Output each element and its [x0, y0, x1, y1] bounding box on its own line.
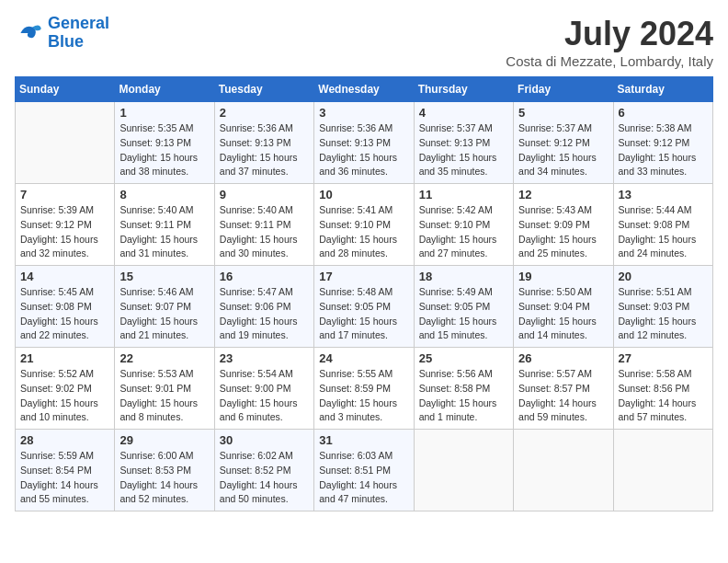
month-year-title: July 2024	[506, 15, 713, 53]
day-number: 30	[220, 433, 309, 447]
day-number: 9	[220, 188, 309, 201]
logo: General Blue	[15, 15, 109, 52]
day-info: Sunrise: 5:40 AM Sunset: 9:11 PM Dayligh…	[119, 203, 209, 261]
day-info: Sunrise: 5:57 AM Sunset: 8:57 PM Dayligh…	[518, 367, 608, 425]
day-number: 12	[518, 188, 608, 201]
day-info: Sunrise: 5:47 AM Sunset: 9:06 PM Dayligh…	[220, 285, 309, 343]
header-monday: Monday	[115, 77, 214, 102]
calendar-cell: 18Sunrise: 5:49 AM Sunset: 9:05 PM Dayli…	[414, 266, 513, 348]
day-number: 21	[20, 351, 109, 365]
day-number: 2	[220, 106, 309, 120]
day-number: 10	[319, 188, 408, 201]
day-number: 18	[419, 270, 508, 283]
day-info: Sunrise: 5:59 AM Sunset: 8:54 PM Dayligh…	[20, 449, 109, 507]
calendar-cell: 25Sunrise: 5:56 AM Sunset: 8:58 PM Dayli…	[414, 348, 513, 430]
logo-text-line1: General	[48, 15, 109, 33]
day-number: 26	[518, 351, 608, 365]
day-info: Sunrise: 5:35 AM Sunset: 9:13 PM Dayligh…	[119, 121, 209, 179]
week-row-4: 21Sunrise: 5:52 AM Sunset: 9:02 PM Dayli…	[16, 348, 713, 430]
location-subtitle: Costa di Mezzate, Lombardy, Italy	[506, 53, 713, 69]
day-number: 20	[619, 270, 708, 283]
day-info: Sunrise: 6:03 AM Sunset: 8:51 PM Dayligh…	[319, 449, 408, 507]
day-info: Sunrise: 5:53 AM Sunset: 9:01 PM Dayligh…	[119, 367, 209, 425]
header-thursday: Thursday	[414, 77, 513, 102]
day-number: 11	[419, 188, 508, 201]
week-row-2: 7Sunrise: 5:39 AM Sunset: 9:12 PM Daylig…	[16, 184, 713, 266]
calendar-cell: 9Sunrise: 5:40 AM Sunset: 9:11 PM Daylig…	[214, 184, 313, 266]
day-info: Sunrise: 5:41 AM Sunset: 9:10 PM Dayligh…	[319, 203, 408, 261]
calendar-cell: 6Sunrise: 5:38 AM Sunset: 9:12 PM Daylig…	[613, 102, 712, 184]
logo-text-line2: Blue	[48, 33, 109, 52]
calendar-cell: 22Sunrise: 5:53 AM Sunset: 9:01 PM Dayli…	[115, 348, 214, 430]
calendar-cell: 29Sunrise: 6:00 AM Sunset: 8:53 PM Dayli…	[115, 430, 214, 511]
day-number: 5	[518, 106, 608, 120]
calendar-cell: 14Sunrise: 5:45 AM Sunset: 9:08 PM Dayli…	[16, 266, 115, 348]
calendar-cell: 2Sunrise: 5:36 AM Sunset: 9:13 PM Daylig…	[214, 102, 313, 184]
day-info: Sunrise: 5:51 AM Sunset: 9:03 PM Dayligh…	[619, 285, 708, 343]
calendar-cell: 1Sunrise: 5:35 AM Sunset: 9:13 PM Daylig…	[115, 102, 214, 184]
day-info: Sunrise: 5:45 AM Sunset: 9:08 PM Dayligh…	[20, 285, 109, 343]
header-wednesday: Wednesday	[314, 77, 414, 102]
calendar-cell: 24Sunrise: 5:55 AM Sunset: 8:59 PM Dayli…	[314, 348, 414, 430]
calendar-cell: 23Sunrise: 5:54 AM Sunset: 9:00 PM Dayli…	[214, 348, 313, 430]
day-number: 24	[319, 351, 408, 365]
calendar-cell: 4Sunrise: 5:37 AM Sunset: 9:13 PM Daylig…	[414, 102, 513, 184]
title-block: July 2024 Costa di Mezzate, Lombardy, It…	[506, 15, 713, 69]
calendar-cell: 5Sunrise: 5:37 AM Sunset: 9:12 PM Daylig…	[514, 102, 613, 184]
day-number: 31	[319, 433, 408, 447]
header-sunday: Sunday	[16, 77, 115, 102]
calendar-cell: 10Sunrise: 5:41 AM Sunset: 9:10 PM Dayli…	[314, 184, 414, 266]
day-info: Sunrise: 5:37 AM Sunset: 9:12 PM Dayligh…	[518, 121, 608, 179]
calendar-cell	[613, 430, 712, 511]
header-tuesday: Tuesday	[214, 77, 313, 102]
calendar-header-row: SundayMondayTuesdayWednesdayThursdayFrid…	[16, 77, 713, 102]
calendar-cell: 8Sunrise: 5:40 AM Sunset: 9:11 PM Daylig…	[115, 184, 214, 266]
week-row-5: 28Sunrise: 5:59 AM Sunset: 8:54 PM Dayli…	[16, 430, 713, 511]
day-info: Sunrise: 5:56 AM Sunset: 8:58 PM Dayligh…	[419, 367, 508, 425]
calendar-cell	[16, 102, 115, 184]
day-number: 14	[20, 270, 109, 283]
day-number: 7	[20, 188, 109, 201]
calendar-cell: 15Sunrise: 5:46 AM Sunset: 9:07 PM Dayli…	[115, 266, 214, 348]
week-row-1: 1Sunrise: 5:35 AM Sunset: 9:13 PM Daylig…	[16, 102, 713, 184]
day-number: 19	[518, 270, 608, 283]
day-number: 22	[119, 351, 209, 365]
calendar-cell: 20Sunrise: 5:51 AM Sunset: 9:03 PM Dayli…	[613, 266, 712, 348]
day-number: 3	[319, 106, 408, 120]
day-info: Sunrise: 5:46 AM Sunset: 9:07 PM Dayligh…	[119, 285, 209, 343]
day-number: 28	[20, 433, 109, 447]
day-info: Sunrise: 5:39 AM Sunset: 9:12 PM Dayligh…	[20, 203, 109, 261]
calendar-cell: 28Sunrise: 5:59 AM Sunset: 8:54 PM Dayli…	[16, 430, 115, 511]
day-number: 6	[619, 106, 708, 120]
day-info: Sunrise: 5:54 AM Sunset: 9:00 PM Dayligh…	[220, 367, 309, 425]
calendar-table: SundayMondayTuesdayWednesdayThursdayFrid…	[15, 76, 713, 511]
day-number: 16	[220, 270, 309, 283]
day-info: Sunrise: 5:37 AM Sunset: 9:13 PM Dayligh…	[419, 121, 508, 179]
calendar-cell	[514, 430, 613, 511]
header-saturday: Saturday	[613, 77, 712, 102]
day-info: Sunrise: 5:48 AM Sunset: 9:05 PM Dayligh…	[319, 285, 408, 343]
calendar-cell: 30Sunrise: 6:02 AM Sunset: 8:52 PM Dayli…	[214, 430, 313, 511]
calendar-cell: 17Sunrise: 5:48 AM Sunset: 9:05 PM Dayli…	[314, 266, 414, 348]
calendar-cell: 31Sunrise: 6:03 AM Sunset: 8:51 PM Dayli…	[314, 430, 414, 511]
day-info: Sunrise: 5:52 AM Sunset: 9:02 PM Dayligh…	[20, 367, 109, 425]
calendar-cell	[414, 430, 513, 511]
day-info: Sunrise: 5:58 AM Sunset: 8:56 PM Dayligh…	[619, 367, 708, 425]
week-row-3: 14Sunrise: 5:45 AM Sunset: 9:08 PM Dayli…	[16, 266, 713, 348]
day-info: Sunrise: 6:00 AM Sunset: 8:53 PM Dayligh…	[119, 449, 209, 507]
day-number: 29	[119, 433, 209, 447]
calendar-cell: 16Sunrise: 5:47 AM Sunset: 9:06 PM Dayli…	[214, 266, 313, 348]
day-number: 1	[119, 106, 209, 120]
day-info: Sunrise: 5:36 AM Sunset: 9:13 PM Dayligh…	[319, 121, 408, 179]
day-info: Sunrise: 5:36 AM Sunset: 9:13 PM Dayligh…	[220, 121, 309, 179]
calendar-cell: 26Sunrise: 5:57 AM Sunset: 8:57 PM Dayli…	[514, 348, 613, 430]
calendar-cell: 27Sunrise: 5:58 AM Sunset: 8:56 PM Dayli…	[613, 348, 712, 430]
calendar-cell: 11Sunrise: 5:42 AM Sunset: 9:10 PM Dayli…	[414, 184, 513, 266]
day-info: Sunrise: 5:49 AM Sunset: 9:05 PM Dayligh…	[419, 285, 508, 343]
header-friday: Friday	[514, 77, 613, 102]
day-info: Sunrise: 5:50 AM Sunset: 9:04 PM Dayligh…	[518, 285, 608, 343]
day-info: Sunrise: 5:42 AM Sunset: 9:10 PM Dayligh…	[419, 203, 508, 261]
calendar-cell: 19Sunrise: 5:50 AM Sunset: 9:04 PM Dayli…	[514, 266, 613, 348]
day-info: Sunrise: 5:38 AM Sunset: 9:12 PM Dayligh…	[619, 121, 708, 179]
day-number: 23	[220, 351, 309, 365]
